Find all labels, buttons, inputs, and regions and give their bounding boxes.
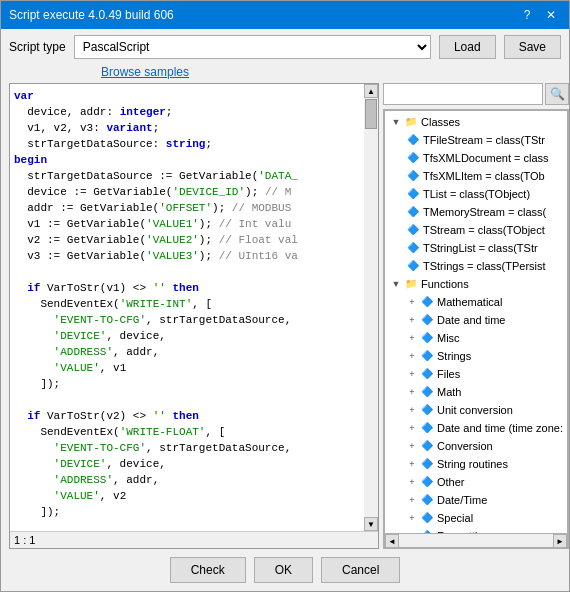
list-item[interactable]: + 🔷 Formatting: [403, 527, 565, 534]
expand-icon: +: [405, 331, 419, 345]
search-button[interactable]: 🔍: [545, 83, 569, 105]
list-item[interactable]: + 🔷 Other: [403, 473, 565, 491]
search-icon: 🔍: [550, 87, 565, 101]
class-item-text: TStream = class(TObject: [423, 222, 545, 238]
func-item-icon: 🔷: [419, 438, 435, 454]
expand-icon: +: [405, 475, 419, 489]
list-item[interactable]: + 🔷 Date and time (time zone:: [403, 419, 565, 437]
expand-icon: +: [405, 511, 419, 525]
func-item-text: Strings: [437, 348, 471, 364]
list-item[interactable]: 🔷 TStream = class(TObject: [403, 221, 565, 239]
tree-panel[interactable]: ▼ 📁 Classes 🔷 TFileStream = class(TStr 🔷: [384, 110, 568, 534]
script-type-select[interactable]: PascalScript: [74, 35, 431, 59]
func-item-text: Mathematical: [437, 294, 502, 310]
expand-classes-icon: ▼: [389, 115, 403, 129]
title-bar: Script execute 4.0.49 build 606 ? ✕: [1, 1, 569, 29]
list-item[interactable]: + 🔷 Math: [403, 383, 565, 401]
class-item-icon: 🔷: [405, 132, 421, 148]
close-button[interactable]: ✕: [541, 5, 561, 25]
list-item[interactable]: + 🔷 Conversion: [403, 437, 565, 455]
list-item[interactable]: + 🔷 String routines: [403, 455, 565, 473]
class-item-text: TList = class(TObject): [423, 186, 530, 202]
func-item-icon: 🔷: [419, 474, 435, 490]
func-item-text: Date and time: [437, 312, 505, 328]
func-item-text: Unit conversion: [437, 402, 513, 418]
classes-items: 🔷 TFileStream = class(TStr 🔷 TfsXMLDocum…: [403, 131, 565, 275]
expand-icon: +: [405, 295, 419, 309]
content-area: Script type PascalScript Load Save Brows…: [1, 29, 569, 591]
func-item-icon: 🔷: [419, 384, 435, 400]
class-item-text: TfsXMLItem = class(TOb: [423, 168, 545, 184]
list-item[interactable]: + 🔷 Misc: [403, 329, 565, 347]
list-item[interactable]: 🔷 TMemoryStream = class(: [403, 203, 565, 221]
class-item-text: TfsXMLDocument = class: [423, 150, 549, 166]
help-button[interactable]: ?: [517, 5, 537, 25]
code-panel: var device, addr: integer; v1, v2, v3: v…: [9, 83, 379, 549]
scroll-right-button[interactable]: ►: [553, 534, 567, 548]
list-item[interactable]: + 🔷 Date and time: [403, 311, 565, 329]
class-item-icon: 🔷: [405, 204, 421, 220]
list-item[interactable]: + 🔷 Unit conversion: [403, 401, 565, 419]
right-panel: 🔍 ▼ 📁 Classes 🔷: [383, 83, 569, 549]
tree-functions-header[interactable]: ▼ 📁 Functions: [387, 275, 565, 293]
expand-icon: +: [405, 439, 419, 453]
search-row: 🔍: [383, 83, 569, 105]
class-item-icon: 🔷: [405, 150, 421, 166]
class-item-icon: 🔷: [405, 258, 421, 274]
func-item-text: Files: [437, 366, 460, 382]
code-editor[interactable]: var device, addr: integer; v1, v2, v3: v…: [10, 84, 364, 531]
expand-icon: +: [405, 313, 419, 327]
tree-classes-header[interactable]: ▼ 📁 Classes: [387, 113, 565, 131]
expand-icon: +: [405, 457, 419, 471]
tree-horizontal-scrollbar[interactable]: ◄ ►: [384, 534, 568, 548]
class-item-icon: 🔷: [405, 186, 421, 202]
list-item[interactable]: + 🔷 Files: [403, 365, 565, 383]
list-item[interactable]: 🔷 TStringList = class(TStr: [403, 239, 565, 257]
list-item[interactable]: + 🔷 Special: [403, 509, 565, 527]
code-panel-inner: var device, addr: integer; v1, v2, v3: v…: [10, 84, 378, 531]
ok-button[interactable]: OK: [254, 557, 313, 583]
expand-icon: +: [405, 421, 419, 435]
save-button[interactable]: Save: [504, 35, 561, 59]
scroll-left-button[interactable]: ◄: [385, 534, 399, 548]
list-item[interactable]: + 🔷 Date/Time: [403, 491, 565, 509]
expand-icon: +: [405, 367, 419, 381]
list-item[interactable]: + 🔷 Strings: [403, 347, 565, 365]
list-item[interactable]: 🔷 TfsXMLItem = class(TOb: [403, 167, 565, 185]
title-bar-controls: ? ✕: [517, 5, 561, 25]
func-item-text: String routines: [437, 456, 508, 472]
scroll-thumb[interactable]: [365, 99, 377, 129]
list-item[interactable]: + 🔷 Mathematical: [403, 293, 565, 311]
class-item-text: TStrings = class(TPersist: [423, 258, 546, 274]
func-item-text: Special: [437, 510, 473, 526]
search-input[interactable]: [383, 83, 543, 105]
func-item-icon: 🔷: [419, 348, 435, 364]
func-item-icon: 🔷: [419, 510, 435, 526]
expand-icon: +: [405, 493, 419, 507]
func-item-icon: 🔷: [419, 456, 435, 472]
class-item-icon: 🔷: [405, 222, 421, 238]
check-button[interactable]: Check: [170, 557, 246, 583]
scroll-down-button[interactable]: ▼: [364, 517, 378, 531]
func-item-text: Math: [437, 384, 461, 400]
scroll-up-button[interactable]: ▲: [364, 84, 378, 98]
code-vertical-scrollbar[interactable]: ▲ ▼: [364, 84, 378, 531]
class-item-text: TMemoryStream = class(: [423, 204, 546, 220]
main-panels: var device, addr: integer; v1, v2, v3: v…: [1, 83, 569, 549]
func-item-icon: 🔷: [419, 402, 435, 418]
list-item[interactable]: 🔷 TList = class(TObject): [403, 185, 565, 203]
window-title: Script execute 4.0.49 build 606: [9, 8, 174, 22]
func-item-text: Date and time (time zone:: [437, 420, 563, 436]
list-item[interactable]: 🔷 TFileStream = class(TStr: [403, 131, 565, 149]
cancel-button[interactable]: Cancel: [321, 557, 400, 583]
code-status: 1 : 1: [10, 531, 378, 548]
class-item-icon: 🔷: [405, 240, 421, 256]
func-item-text: Conversion: [437, 438, 493, 454]
load-button[interactable]: Load: [439, 35, 496, 59]
func-item-icon: 🔷: [419, 420, 435, 436]
bottom-bar: Check OK Cancel: [1, 549, 569, 591]
list-item[interactable]: 🔷 TStrings = class(TPersist: [403, 257, 565, 275]
list-item[interactable]: 🔷 TfsXMLDocument = class: [403, 149, 565, 167]
expand-functions-icon: ▼: [389, 277, 403, 291]
browse-samples-link[interactable]: Browse samples: [101, 65, 189, 79]
